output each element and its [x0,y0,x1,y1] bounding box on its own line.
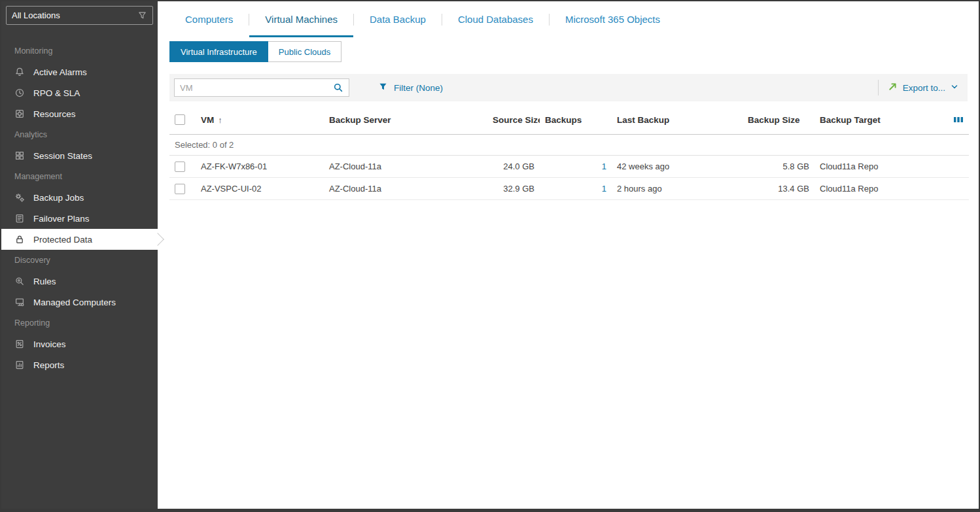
cell-backup-size: 5.8 GB [743,156,814,178]
sidebar-item-label: Rules [33,277,56,286]
cell-backups: 1 [540,178,612,200]
cell-source-size: 32.9 GB [487,178,540,200]
cell-backup-server: AZ-Cloud-11a [324,178,487,200]
computer-gear-icon [14,297,25,307]
vm-table: VM↑ Backup Server Source Size Backups La… [169,105,969,200]
col-header-vm[interactable]: VM↑ [196,105,324,135]
col-header-backup-size[interactable]: Backup Size [743,105,814,135]
sidebar-item-rules[interactable]: Rules [1,271,158,292]
resources-icon [14,109,25,119]
sidebar-item-label: Protected Data [33,235,92,245]
sidebar-item-label: Backup Jobs [33,193,84,203]
row-checkbox[interactable] [175,184,185,194]
cell-last-backup: 42 weeks ago [612,156,743,178]
selection-summary: Selected: 0 of 2 [169,135,969,156]
cell-backup-size: 13.4 GB [743,178,814,200]
sidebar-item-reports[interactable]: Reports [1,354,158,375]
sessions-grid-icon [14,150,25,161]
export-label: Export to... [903,83,945,93]
location-filter-dropdown[interactable]: All Locations [6,6,153,25]
sidebar-section-analytics: Analytics [1,124,158,145]
toolbar-right: Export to... [878,80,961,95]
filter-button[interactable]: Filter (None) [378,82,443,94]
filter-label: Filter (None) [394,83,443,93]
selection-summary-row: Selected: 0 of 2 [169,135,969,156]
subtab-virtual-infrastructure[interactable]: Virtual Infrastructure [169,41,268,62]
row-select-cell [169,156,196,178]
sidebar-item-label: Session States [33,151,92,161]
cell-backup-target: Cloud11a Repo [814,156,943,178]
sidebar-item-label: Active Alarms [33,67,87,77]
tab-data-backup[interactable]: Data Backup [354,1,442,37]
funnel-icon [378,82,388,94]
subtab-group: Virtual Infrastructure Public Clouds [169,41,341,62]
toolbar-divider [878,80,879,95]
col-header-backup-target[interactable]: Backup Target [814,105,943,135]
invoice-icon [14,339,25,349]
export-button[interactable]: Export to... [888,82,961,94]
chevron-down-icon [951,83,958,93]
sidebar-item-failover-plans[interactable]: Failover Plans [1,208,158,229]
col-header-chooser [943,105,969,135]
clock-icon [14,88,25,98]
sidebar-item-invoices[interactable]: Invoices [1,333,158,354]
sidebar-item-managed-computers[interactable]: Managed Computers [1,292,158,313]
cell-empty [943,156,969,178]
sidebar-item-protected-data[interactable]: Protected Data [1,229,158,250]
sort-asc-icon: ↑ [218,115,222,125]
sidebar-item-label: Resources [33,109,76,119]
cell-last-backup: 2 hours ago [612,178,743,200]
sidebar-section-management: Management [1,166,158,187]
sidebar-item-rpo-sla[interactable]: RPO & SLA [1,82,158,103]
subtab-public-clouds[interactable]: Public Clouds [268,41,342,62]
tab-computers[interactable]: Computers [169,1,249,37]
magnifier-gear-icon [14,276,25,286]
cell-empty [943,178,969,200]
sidebar-item-active-alarms[interactable]: Active Alarms [1,61,158,82]
sidebar-item-resources[interactable]: Resources [1,103,158,124]
search-box [174,78,349,97]
backups-count-link[interactable]: 1 [602,162,606,171]
table-header-row: VM↑ Backup Server Source Size Backups La… [169,105,969,135]
sidebar-item-backup-jobs[interactable]: Backup Jobs [1,187,158,208]
row-checkbox[interactable] [175,162,185,172]
backups-count-link[interactable]: 1 [602,184,606,194]
search-input[interactable] [175,83,328,93]
col-header-backup-server[interactable]: Backup Server [324,105,487,135]
cell-backups: 1 [540,156,612,178]
main-content: Computers Virtual Machines Data Backup C… [158,1,979,509]
col-header-last-backup[interactable]: Last Backup [612,105,743,135]
funnel-icon [137,10,147,20]
cell-vm: AZ-FK-W7x86-01 [196,156,324,178]
gears-icon [14,192,25,203]
col-header-backups[interactable]: Backups [540,105,612,135]
tab-virtual-machines[interactable]: Virtual Machines [249,1,353,37]
table-row[interactable]: AZ-VSPC-UI-02 AZ-Cloud-11a 32.9 GB 1 2 h… [169,178,969,200]
magnifier-icon[interactable] [328,82,349,93]
sidebar-item-label: RPO & SLA [33,88,80,98]
report-doc-icon [14,360,25,370]
vm-table-wrap: VM↑ Backup Server Source Size Backups La… [169,105,968,200]
sidebar-section-discovery: Discovery [1,250,158,271]
tab-microsoft-365-objects[interactable]: Microsoft 365 Objects [550,1,676,37]
cell-vm: AZ-VSPC-UI-02 [196,178,324,200]
sidebar-item-session-states[interactable]: Session States [1,145,158,166]
app-window: All Locations Monitoring Active Alarms R… [0,0,980,512]
select-all-checkbox[interactable] [175,114,185,125]
sidebar-item-label: Managed Computers [33,298,116,307]
columns-icon[interactable] [948,115,964,124]
col-header-source-size[interactable]: Source Size [487,105,540,135]
sidebar-item-label: Reports [33,360,64,370]
tab-cloud-databases[interactable]: Cloud Databases [442,1,549,37]
sidebar: All Locations Monitoring Active Alarms R… [1,1,158,509]
cell-backup-server: AZ-Cloud-11a [324,156,487,178]
sidebar-section-monitoring: Monitoring [1,41,158,61]
toolbar: Filter (None) Export to... [169,74,968,101]
location-filter-value: All Locations [12,10,60,20]
cell-source-size: 24.0 GB [487,156,540,178]
select-all-cell [169,105,196,135]
table-row[interactable]: AZ-FK-W7x86-01 AZ-Cloud-11a 24.0 GB 1 42… [169,156,969,178]
row-select-cell [169,178,196,200]
sidebar-item-label: Failover Plans [33,214,90,224]
green-arrow-icon [888,82,898,94]
